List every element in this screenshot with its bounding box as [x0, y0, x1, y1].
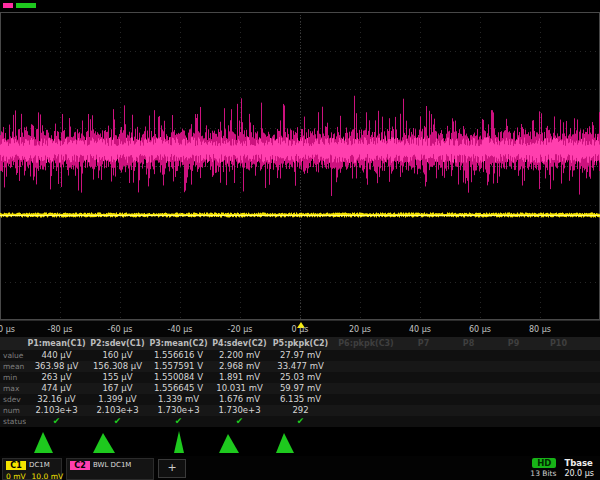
measure-cell: 1.730e+3: [209, 405, 270, 416]
c2-descriptor[interactable]: C2 BWL DC1M: [66, 458, 154, 480]
measure-cell: 1.556616 V: [148, 350, 209, 361]
measure-row-min: min263 µV155 µV1.550084 V1.891 mV25.03 m…: [0, 372, 600, 383]
measure-cell: 292: [270, 405, 331, 416]
measure-header[interactable]: P2:sdev(C1): [87, 338, 148, 349]
timebase-label: Tbase: [564, 458, 594, 468]
measure-cell: 1.550084 V: [148, 372, 209, 383]
measure-row-label: sdev: [0, 394, 26, 405]
histicon-row: [0, 429, 600, 455]
measure-cell: 59.97 mV: [270, 383, 331, 394]
hd-badge: HD: [532, 458, 556, 468]
measure-status-check: ✔: [26, 416, 87, 427]
measure-cell: 33.477 mV: [270, 361, 331, 372]
measure-status-check: ✔: [87, 416, 148, 427]
histogram-icon[interactable]: [270, 429, 331, 455]
measure-cell: 156.308 µV: [87, 361, 148, 372]
measure-header[interactable]: P4:sdev(C2): [209, 338, 270, 349]
measure-row-max: max474 µV167 µV1.556645 V10.031 mV59.97 …: [0, 383, 600, 394]
time-label: 20 µs: [349, 325, 371, 334]
c1-coupling: DC1M: [29, 461, 50, 469]
measure-header-disabled[interactable]: P8: [446, 338, 491, 349]
c1-descriptor[interactable]: C1 DC1M 0 mV 10.0 mV: [2, 458, 62, 480]
channel-bar: C1 DC1M 0 mV 10.0 mV C2 BWL DC1M + HD Tb…: [0, 456, 600, 480]
measure-cell: 440 µV: [26, 350, 87, 361]
time-label: 60 µs: [469, 325, 491, 334]
measure-cell: 2.200 mV: [209, 350, 270, 361]
measure-row-mean: mean363.98 µV156.308 µV1.557591 V2.968 m…: [0, 361, 600, 372]
c1-label: C1: [6, 461, 26, 470]
measure-cell: 6.135 mV: [270, 394, 331, 405]
time-label: 0 µs: [292, 325, 309, 334]
measure-header-disabled[interactable]: P7: [401, 338, 446, 349]
time-axis: -100 µs-80 µs-60 µs-40 µs-20 µs0 µs20 µs…: [0, 320, 600, 338]
measure-header-row: P1:mean(C1)P2:sdev(C1)P3:mean(C2)P4:sdev…: [0, 337, 600, 350]
time-label: -40 µs: [168, 325, 193, 334]
hd-bits: 13 Bits: [530, 469, 556, 478]
measure-row-label: num: [0, 405, 26, 416]
c2-coupling: BWL DC1M: [93, 461, 131, 469]
add-trace-button[interactable]: +: [158, 459, 186, 478]
time-label: 80 µs: [529, 325, 551, 334]
measure-cell: 2.103e+3: [26, 405, 87, 416]
measure-header-disabled[interactable]: P6:pkpk(C3): [331, 338, 401, 349]
measure-header-disabled[interactable]: P9: [491, 338, 536, 349]
top-status-bar: [0, 0, 600, 12]
time-label: -20 µs: [228, 325, 253, 334]
measure-cell: 1.339 mV: [148, 394, 209, 405]
time-label: -80 µs: [48, 325, 73, 334]
histogram-icon[interactable]: [87, 429, 148, 455]
measure-header-disabled[interactable]: P10: [536, 338, 581, 349]
measure-cell: 27.97 mV: [270, 350, 331, 361]
measure-cell: 1.676 mV: [209, 394, 270, 405]
measure-cell: 1.556645 V: [148, 383, 209, 394]
measure-header[interactable]: P5:pkpk(C2): [270, 338, 331, 349]
c2-status-indicator: [3, 3, 13, 8]
measure-row-num: num2.103e+32.103e+31.730e+31.730e+3292: [0, 405, 600, 416]
measure-row-sdev: sdev32.16 µV1.399 µV1.339 mV1.676 mV6.13…: [0, 394, 600, 405]
measure-cell: 1.399 µV: [87, 394, 148, 405]
histogram-icon[interactable]: [26, 429, 87, 455]
measure-cell: 263 µV: [26, 372, 87, 383]
measure-status-check: ✔: [148, 416, 209, 427]
measure-cell: 1.730e+3: [148, 405, 209, 416]
measure-row-label: mean: [0, 361, 26, 372]
measure-cell: 363.98 µV: [26, 361, 87, 372]
measure-cell: 1.891 mV: [209, 372, 270, 383]
measure-cell: 167 µV: [87, 383, 148, 394]
timebase-scale: 20.0 µs: [564, 469, 594, 478]
timebase-descriptor[interactable]: HD Tbase 13 Bits 20.0 µs: [530, 458, 598, 478]
measure-cell: 25.03 mV: [270, 372, 331, 383]
measure-status-check: ✔: [270, 416, 331, 427]
measure-row-label: value: [0, 350, 26, 361]
time-label: 40 µs: [409, 325, 431, 334]
measure-cell: 32.16 µV: [26, 394, 87, 405]
histogram-icon[interactable]: [209, 429, 270, 455]
measure-cell: 160 µV: [87, 350, 148, 361]
measure-header[interactable]: P3:mean(C2): [148, 338, 209, 349]
measure-cell: 10.031 mV: [209, 383, 270, 394]
measure-header[interactable]: P1:mean(C1): [26, 338, 87, 349]
c1-scale: 10.0 mV: [32, 472, 64, 480]
measure-cell: 474 µV: [26, 383, 87, 394]
c2-label: C2: [70, 461, 90, 470]
waveform-canvas: [0, 12, 600, 320]
measure-cell: 155 µV: [87, 372, 148, 383]
waveform-display[interactable]: [0, 12, 600, 320]
measure-row-label: min: [0, 372, 26, 383]
time-label: -60 µs: [108, 325, 133, 334]
c1-offset: 0 mV: [6, 472, 26, 480]
measure-row-status: status✔✔✔✔✔: [0, 416, 600, 427]
histogram-icon[interactable]: [148, 429, 209, 455]
measure-row-value: value440 µV160 µV1.556616 V2.200 mV27.97…: [0, 350, 600, 361]
measure-cell: 2.103e+3: [87, 405, 148, 416]
measure-row-label: status: [0, 416, 26, 427]
measure-row-label: max: [0, 383, 26, 394]
measure-status-check: ✔: [209, 416, 270, 427]
oscilloscope-screen: -100 µs-80 µs-60 µs-40 µs-20 µs0 µs20 µs…: [0, 0, 600, 480]
measure-cell: 1.557591 V: [148, 361, 209, 372]
measurement-table: P1:mean(C1)P2:sdev(C1)P3:mean(C2)P4:sdev…: [0, 337, 600, 427]
measure-cell: 2.968 mV: [209, 361, 270, 372]
acquisition-status-indicator: [16, 3, 36, 8]
time-label: -100 µs: [0, 325, 15, 334]
